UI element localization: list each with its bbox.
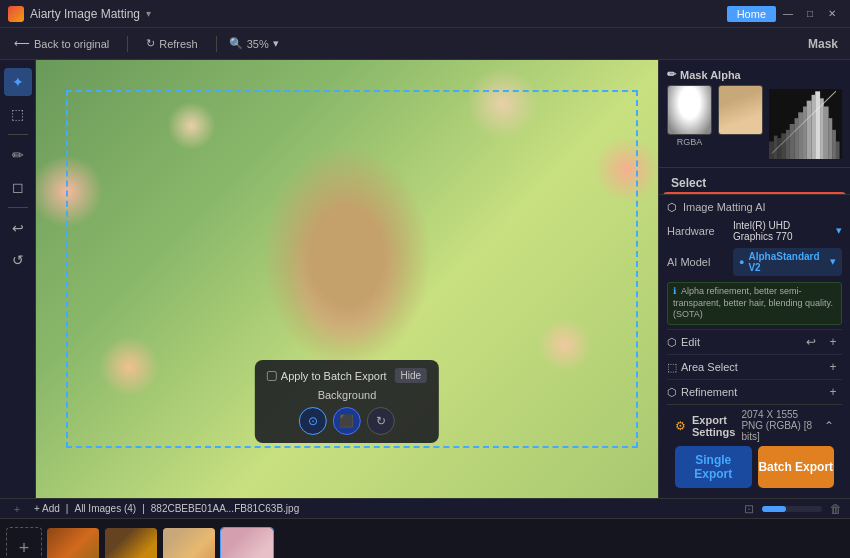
area-select-section-row: ⬚ Area Select + [667,354,842,379]
overlay-top-controls: Apply to Batch Export Hide [267,368,427,383]
svg-rect-16 [832,130,836,159]
svg-rect-9 [803,107,807,160]
app-title: Aiarty Image Matting [30,7,140,21]
rgba-label: RGBA [677,137,703,147]
title-arrow: ▾ [146,8,151,19]
svg-rect-12 [815,91,820,159]
overlay-rotate-tool[interactable]: ↻ [367,407,395,435]
filmstrip-thumb-4[interactable] [220,527,274,559]
crop-tool[interactable]: ⬚ [4,100,32,128]
overlay-color-tool[interactable]: ⬛ [333,407,361,435]
refinement-section-row: ⬡ Refinement + [667,379,842,404]
hide-button[interactable]: Hide [395,368,428,383]
batch-export-button[interactable]: Batch Export [758,446,835,488]
close-button[interactable]: ✕ [822,4,842,24]
brush-tool[interactable]: ✏ [4,141,32,169]
select-tool[interactable]: ✦ [4,68,32,96]
image-matting-row: ⬡ Image Matting AI [667,201,842,214]
svg-rect-5 [786,130,790,159]
apply-batch-checkbox-wrap[interactable]: Apply to Batch Export [267,370,387,382]
canvas-overlay: Apply to Batch Export Hide Background ⊙ … [255,360,439,443]
main-area: ✦ ⬚ ✏ ◻ ↩ ↺ Apply to Batch Export Hide B… [0,60,850,498]
titlebar-controls: Home — □ ✕ [727,4,842,24]
svg-rect-10 [807,101,812,159]
fit-icon[interactable]: ⊡ [744,502,754,516]
edit-add-btn[interactable]: + [824,333,842,351]
info-icon: ℹ [673,286,676,296]
filmstrip-info: + Add | All Images (4) | 882CBEBE01AA...… [34,503,299,514]
toolbar: ⟵ Back to original ↻ Refresh 🔍 35% ▾ Mas… [0,28,850,60]
titlebar: Aiarty Image Matting ▾ Home — □ ✕ [0,0,850,28]
export-top: ⚙ Export Settings 2074 X 1555 PNG (RGBA)… [675,409,834,442]
ai-model-selector[interactable]: ● AlphaStandard V2 ▾ [733,248,842,276]
filmstrip-thumb-3[interactable] [162,527,216,559]
mask-label: Mask [808,37,842,51]
svg-rect-3 [778,138,782,159]
edit-section-row: ⬡ Edit ↩ + [667,329,842,354]
ai-model-value: AlphaStandard V2 [748,251,826,273]
ai-section: ⬡ Image Matting AI Hardware Intel(R) UHD… [659,194,850,498]
edit-section-name: ⬡ Edit [667,336,700,349]
refresh-button[interactable]: ↻ Refresh [140,35,204,52]
mask-portrait-thumb[interactable] [718,85,763,159]
image-matting-label: Image Matting AI [683,201,766,213]
zoom-icon: 🔍 [229,37,243,50]
export-buttons: Single Export Batch Export [675,446,834,488]
rect-tool[interactable]: ◻ [4,173,32,201]
minimize-button[interactable]: — [778,4,798,24]
hardware-dropdown-icon[interactable]: ▾ [836,224,842,237]
left-toolbar: ✦ ⬚ ✏ ◻ ↩ ↺ [0,60,36,498]
refresh-icon: ↻ [146,37,155,50]
mask-section: ✏ Mask Alpha RGBA [659,60,850,168]
refinement-name: ⬡ Refinement [667,386,737,399]
app-logo [8,6,24,22]
single-export-button[interactable]: Single Export [675,446,752,488]
overlay-circle-tool[interactable]: ⊙ [299,407,327,435]
undo-tool[interactable]: ↩ [4,214,32,242]
svg-rect-4 [781,133,786,159]
model-dropdown-icon[interactable]: ▾ [830,255,836,268]
area-select-name: ⬚ Area Select [667,361,738,374]
export-section: ⚙ Export Settings 2074 X 1555 PNG (RGBA)… [667,404,842,492]
overlay-tools: ⊙ ⬛ ↻ [299,407,395,435]
back-icon: ⟵ [14,37,30,50]
area-select-icon: ⬚ [667,361,677,374]
portrait-thumb-img [718,85,763,135]
export-settings-label: Export Settings [692,414,735,438]
apply-batch-checkbox[interactable] [267,371,277,381]
ai-model-label: AI Model [667,256,727,268]
filmstrip-top-bar: + + Add | All Images (4) | 882CBEBE01AA.… [0,498,850,518]
hardware-value: Intel(R) UHD Graphics 770 [733,220,830,242]
apply-batch-label: Apply to Batch Export [281,370,387,382]
zoom-control[interactable]: 🔍 35% ▾ [229,37,279,50]
select-label: Select [671,176,838,190]
filmstrip-add-btn[interactable]: + [6,527,42,559]
titlebar-left: Aiarty Image Matting ▾ [8,6,151,22]
svg-rect-14 [824,107,829,160]
edit-undo-btn[interactable]: ↩ [802,333,820,351]
filmstrip-thumb-1[interactable] [46,527,100,559]
refinement-actions: + [824,383,842,401]
histogram-container [769,85,842,159]
pipe-sep-2: | [142,503,145,514]
back-to-original-button[interactable]: ⟵ Back to original [8,35,115,52]
canvas-area[interactable]: Apply to Batch Export Hide Background ⊙ … [36,60,658,498]
hardware-row: Hardware Intel(R) UHD Graphics 770 ▾ [667,220,842,242]
delete-icon[interactable]: 🗑 [830,502,842,516]
redo-tool[interactable]: ↺ [4,246,32,274]
export-icon: ⚙ [675,419,686,433]
maximize-button[interactable]: □ [800,4,820,24]
right-panel: ✏ Mask Alpha RGBA [658,60,850,498]
home-button[interactable]: Home [727,6,776,22]
area-select-add-btn[interactable]: + [824,358,842,376]
ai-section-icon: ⬡ [667,201,677,214]
export-chevron-icon[interactable]: ⌃ [824,419,834,433]
mask-rgba-thumb[interactable]: RGBA [667,85,712,159]
filmstrip-thumb-2[interactable] [104,527,158,559]
zoom-slider[interactable] [762,506,822,512]
histogram-svg [769,89,842,159]
refinement-add-btn[interactable]: + [824,383,842,401]
filmstrip-add-button[interactable]: + [8,500,26,518]
bg-label: Background [318,389,377,401]
mask-alpha-title: Mask Alpha [680,69,741,81]
